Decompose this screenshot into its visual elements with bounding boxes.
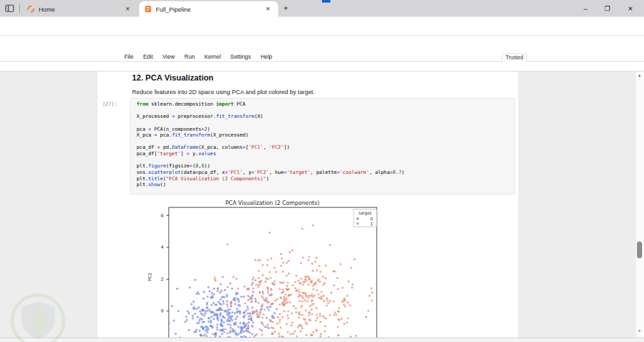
vertical-scrollbar[interactable] [635, 71, 644, 337]
tab-strip-accent [322, 0, 330, 3]
code-line: X_pca = pca.fit_transform(X_processed) [137, 132, 514, 138]
notebook-favicon [144, 5, 152, 13]
tab-label: Home [39, 6, 118, 13]
svg-text:1: 1 [370, 222, 373, 227]
menu-help[interactable]: Help [260, 53, 274, 60]
y-axis-label: PC2 [147, 272, 153, 281]
scroll-down-icon[interactable]: ▼ [638, 329, 641, 333]
jupyter-menubar [0, 53, 644, 62]
code-line [137, 157, 514, 164]
code-line: pca_df = pd.DataFrame(X_pca, columns=['P… [137, 144, 514, 151]
svg-text:6: 6 [161, 213, 164, 218]
svg-text:2: 2 [161, 277, 164, 282]
code-line: X_processed = preprocessor.fit_transform… [137, 113, 514, 120]
menu-view[interactable]: View [161, 53, 176, 60]
svg-text:0: 0 [161, 309, 164, 314]
tab-full-pipeline-active[interactable]: Full_Pipeline ✕ [139, 1, 278, 17]
code-line [137, 138, 514, 145]
trusted-badge: Trusted [502, 53, 527, 62]
browser-addressbar: ← ↻ i localhost:8888/notebooks/Sprints/F… [0, 17, 644, 36]
new-tab-button[interactable]: + [283, 3, 289, 13]
code-line [137, 108, 514, 114]
menu-edit[interactable]: Edit [142, 53, 154, 60]
browser-titlebar: Home ✕ Full_Pipeline ✕ + – ❐ ✕ [0, 0, 644, 17]
svg-text:target: target [359, 211, 372, 216]
menu-file[interactable]: File [123, 53, 135, 60]
y-axis-ticks: 0246 [161, 213, 169, 314]
code-line: plt.figure(figsize=(8,6)) [137, 163, 514, 169]
chart-title: PCA Visualization (2 Components) [225, 200, 319, 206]
svg-text:4: 4 [161, 245, 164, 250]
vertical-scrollbar-thumb[interactable] [637, 242, 642, 258]
tab-home[interactable]: Home ✕ [22, 1, 138, 17]
code-editor[interactable]: from sklearn.decomposition import PCAX_p… [137, 101, 514, 188]
pca-scatter-chart: PCA Visualization (2 Components) 0246 PC… [143, 198, 401, 337]
window-minimize-button[interactable]: – [574, 0, 596, 17]
scatter-points [151, 224, 401, 337]
section-description: Reduce features into 2D space using PCA … [132, 89, 315, 95]
code-line: plt.show() [137, 182, 514, 188]
code-line: from sklearn.decomposition import PCA [137, 101, 514, 108]
tab-separator [19, 4, 20, 13]
chart-legend: target 0 1 [354, 209, 377, 227]
scroll-up-icon[interactable]: ▲ [638, 73, 641, 77]
jupyter-favicon [27, 5, 35, 13]
code-line: plt.title("PCA Visualization (2 Componen… [137, 176, 514, 182]
code-line: pca = PCA(n_components=2) [137, 126, 514, 133]
watermark-logo [3, 290, 73, 342]
execution-count: [27]: [102, 101, 117, 107]
code-line: sns.scatterplot(data=pca_df, x='PC1', y=… [137, 169, 514, 176]
tab-actions-icon[interactable] [5, 4, 14, 13]
output-figure: PCA Visualization (2 Components) 0246 PC… [143, 198, 401, 337]
close-tab-icon[interactable]: ✕ [263, 5, 273, 14]
code-line [137, 120, 514, 126]
window-close-button[interactable]: ✕ [620, 0, 641, 17]
jupyter-header: jupyter Full_Pipeline Last Checkpoint: 2… [0, 36, 644, 53]
jupyter-toolbar: + ✂ ▶ ■ ↻ ▶▶ Markdown ⌄ JupyterLab Pytho… [0, 62, 644, 71]
menu-items: File Edit View Run Kernel Settings Help [123, 53, 274, 60]
menu-settings[interactable]: Settings [229, 53, 252, 60]
menu-run[interactable]: Run [183, 53, 196, 60]
tab-label: Full_Pipeline [156, 6, 259, 13]
menu-kernel[interactable]: Kernel [203, 53, 222, 60]
section-heading: 12. PCA Visualization [132, 73, 213, 82]
close-tab-icon[interactable]: ✕ [122, 5, 133, 14]
window-restore-button[interactable]: ❐ [596, 0, 618, 17]
code-line: pca_df['target'] = y.values [137, 151, 514, 157]
horizontal-scrollbar[interactable] [0, 337, 644, 342]
